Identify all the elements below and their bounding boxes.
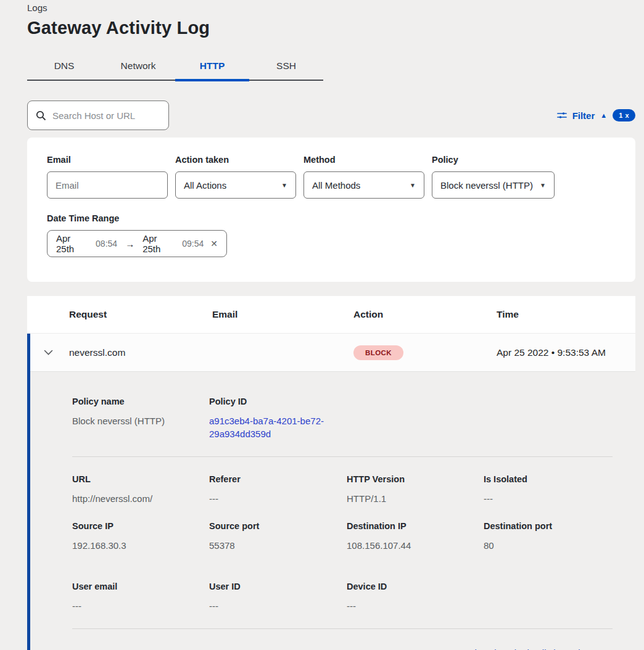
column-header-email: Email — [212, 309, 353, 320]
user-id-label: User ID — [209, 582, 332, 591]
destination-port-label: Destination port — [484, 521, 598, 531]
search-box — [27, 101, 169, 130]
user-email-label: User email — [72, 582, 194, 591]
log-entry-details: Policy name Block neverssl (HTTP) Policy… — [30, 371, 635, 650]
device-id-label: Device ID — [347, 582, 469, 591]
is-isolated-label: Is Isolated — [484, 474, 598, 484]
email-field-label: Email — [47, 155, 168, 165]
filter-panel: Email Action taken All Actions ▼ Method … — [27, 138, 635, 282]
chevron-down-icon[interactable] — [30, 350, 69, 355]
method-select[interactable]: All Methods ▼ — [303, 171, 424, 199]
action-taken-value: All Actions — [184, 180, 226, 191]
column-header-time: Time — [497, 309, 635, 320]
http-version-value: HTTP/1.1 — [347, 492, 469, 505]
source-ip-label: Source IP — [72, 521, 194, 531]
email-field[interactable] — [47, 171, 168, 199]
policy-name-value: Block neverssl (HTTP) — [72, 414, 194, 427]
policy-name-label: Policy name — [72, 397, 194, 406]
method-label: Method — [303, 155, 424, 165]
policy-label: Policy — [432, 155, 555, 165]
destination-ip-value: 108.156.107.44 — [347, 539, 469, 552]
date-time-range-picker[interactable]: Apr 25th 08:54 → Apr 25th 09:54 ✕ — [47, 230, 227, 257]
range-end-date: Apr 25th — [142, 233, 175, 254]
chevron-down-icon: ▼ — [540, 182, 546, 189]
referer-label: Referer — [209, 474, 332, 484]
filter-label: Filter — [572, 110, 595, 121]
referer-value: --- — [209, 492, 332, 505]
breadcrumb[interactable]: Logs — [27, 0, 635, 13]
user-email-value: --- — [72, 599, 194, 612]
right-arrow-icon: → — [124, 239, 136, 249]
filter-sliders-icon — [557, 110, 567, 120]
log-type-tabs: DNS Network HTTP SSH — [27, 54, 323, 81]
column-header-action: Action — [353, 309, 497, 320]
table-row[interactable]: neverssl.com BLOCK Apr 25 2022 • 9:53:53… — [30, 334, 635, 371]
chevron-down-icon: ▼ — [410, 182, 416, 189]
tab-network[interactable]: Network — [101, 54, 175, 80]
view-radar-link[interactable]: View domain details in Radar → — [469, 648, 600, 650]
http-version-label: HTTP Version — [347, 474, 469, 484]
divider — [72, 628, 613, 629]
source-ip-value: 192.168.30.3 — [72, 539, 194, 552]
action-taken-select[interactable]: All Actions ▼ — [175, 171, 296, 199]
source-port-value: 55378 — [209, 539, 332, 552]
policy-id-label: Policy ID — [209, 397, 332, 406]
column-header-request: Request — [69, 309, 212, 320]
device-id-value: --- — [347, 599, 469, 612]
policy-value: Block neverssl (HTTP) — [440, 180, 533, 191]
table-header-row: Request Email Action Time — [27, 296, 635, 334]
tab-http[interactable]: HTTP — [175, 54, 249, 80]
collapse-arrow-icon: ▲ — [600, 112, 607, 119]
filter-count-badge: 1 x — [613, 109, 635, 121]
url-label: URL — [72, 474, 194, 484]
row-request-host: neverssl.com — [69, 347, 212, 358]
tab-dns[interactable]: DNS — [27, 54, 101, 80]
user-id-value: --- — [209, 599, 332, 612]
destination-port-value: 80 — [484, 539, 598, 552]
range-end-time: 09:54 — [182, 239, 204, 249]
search-input[interactable] — [52, 110, 160, 121]
row-time: Apr 25 2022 • 9:53:53 AM — [497, 347, 635, 358]
clear-range-icon[interactable]: ✕ — [210, 239, 218, 249]
source-port-label: Source port — [209, 521, 332, 531]
tab-ssh[interactable]: SSH — [249, 54, 323, 80]
activity-log-table: Request Email Action Time neverssl.com B… — [27, 296, 635, 650]
divider — [72, 456, 613, 457]
range-start-time: 08:54 — [96, 239, 117, 249]
range-start-date: Apr 25th — [56, 233, 89, 254]
filter-toggle-button[interactable]: Filter ▲ 1 x — [557, 109, 635, 121]
page-title: Gateway Activity Log — [27, 18, 635, 38]
action-taken-label: Action taken — [175, 155, 296, 165]
method-value: All Methods — [312, 180, 360, 191]
policy-select[interactable]: Block neverssl (HTTP) ▼ — [432, 171, 555, 199]
search-icon — [36, 110, 46, 121]
date-time-range-label: Date Time Range — [47, 213, 616, 223]
expanded-log-entry: neverssl.com BLOCK Apr 25 2022 • 9:53:53… — [27, 334, 635, 650]
action-block-badge: BLOCK — [353, 345, 403, 360]
destination-ip-label: Destination IP — [347, 521, 469, 531]
is-isolated-value: --- — [484, 492, 598, 505]
chevron-down-icon: ▼ — [281, 182, 287, 189]
url-value: http://neverssl.com/ — [72, 492, 194, 505]
policy-id-link[interactable]: a91c3eb4-ba7a-4201-be72-29a934dd359d — [209, 416, 324, 439]
